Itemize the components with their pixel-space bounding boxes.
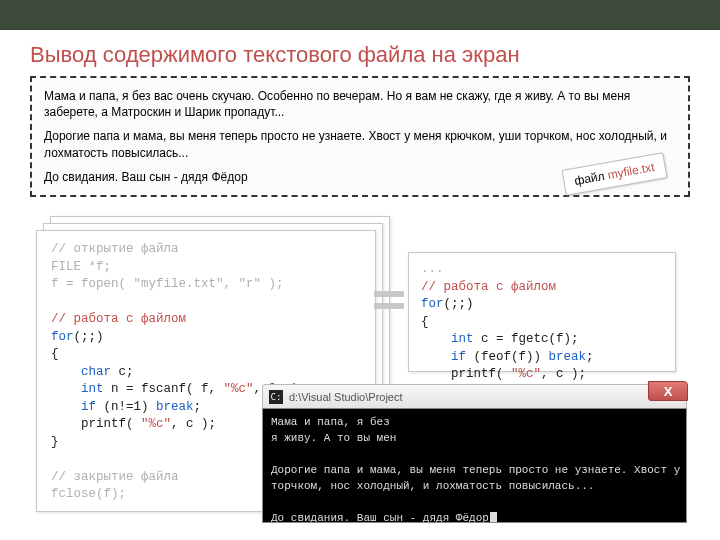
slide-title: Вывод содержимого текстового файла на эк… xyxy=(0,30,720,76)
console-titlebar[interactable]: C: d:\Visual Studio\Project X xyxy=(262,384,687,408)
console-path: d:\Visual Studio\Project xyxy=(289,391,403,403)
equals-icon xyxy=(374,291,404,313)
code-right: ... // работа с файлом for(;;) { int c =… xyxy=(408,252,676,372)
letter-box: Мама и папа, я без вас очень скучаю. Осо… xyxy=(30,76,690,197)
close-button[interactable]: X xyxy=(648,381,688,401)
console-window: C: d:\Visual Studio\Project X Мама и пап… xyxy=(262,384,687,524)
letter-p1: Мама и папа, я без вас очень скучаю. Осо… xyxy=(44,88,676,120)
cursor-icon xyxy=(490,512,497,523)
file-name: myfile.txt xyxy=(607,160,656,182)
top-bar xyxy=(0,0,720,30)
cmd-icon: C: xyxy=(269,390,283,404)
letter-p2: Дорогие папа и мама, вы меня теперь прос… xyxy=(44,128,676,160)
console-body: Мама и папа, я без я живу. А то вы мен Д… xyxy=(262,408,687,523)
